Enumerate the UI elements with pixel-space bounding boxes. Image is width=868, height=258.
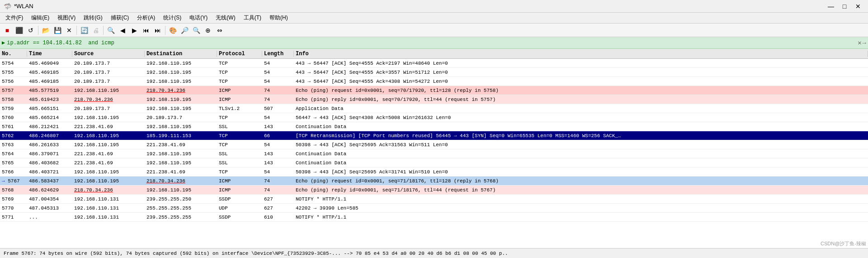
maximize-button[interactable]: □ (838, 1, 851, 11)
table-row[interactable]: → 5767486.583437192.168.110.195218.70.34… (0, 177, 868, 186)
cell-destination: 20.189.173.7 (145, 115, 217, 120)
cell-length: 66 (262, 133, 294, 139)
cell-info: 56447 → 443 [ACK] Seq=4308 Ack=5008 Win=… (294, 115, 868, 120)
filter-arrow-icon[interactable]: → (863, 39, 866, 47)
prev-button[interactable]: ◀ (117, 25, 128, 36)
table-row[interactable]: 5762486.246807192.168.110.195185.199.111… (0, 131, 868, 140)
cell-destination: 192.168.110.195 (145, 124, 217, 129)
filter-input[interactable] (7, 40, 856, 46)
table-row[interactable]: 5761486.212421221.238.41.69192.168.110.1… (0, 122, 868, 131)
col-time: Time (27, 51, 72, 57)
zoom-in-button[interactable]: 🔎 (179, 25, 190, 36)
find-packet-button[interactable]: 🔍 (105, 25, 116, 36)
go-prev-button[interactable]: ⏮ (141, 25, 151, 36)
cell-no: 5757 (0, 88, 27, 93)
cell-source: 192.168.110.195 (72, 133, 145, 139)
print-button[interactable]: 🖨 (90, 25, 101, 36)
cell-length: 143 (262, 124, 294, 129)
cell-source: 192.168.110.131 (72, 215, 145, 220)
cell-time: ... (27, 215, 72, 220)
cell-time: 486.212421 (27, 124, 72, 129)
cell-source: 218.70.34.236 (72, 97, 145, 102)
table-row[interactable]: 5756485.46918520.189.173.7192.168.110.19… (0, 77, 868, 86)
cell-time: 486.624629 (27, 187, 72, 193)
close-button[interactable]: ✕ (852, 1, 864, 11)
cell-no: 5761 (0, 124, 27, 129)
minimize-button[interactable]: — (825, 1, 837, 11)
save-file-button[interactable]: 💾 (52, 25, 63, 36)
cell-length: 143 (262, 151, 294, 157)
table-row[interactable]: 5771...192.168.110.131239.255.255.255SSD… (0, 213, 868, 222)
table-row[interactable]: 5760485.665214192.168.110.19520.189.173.… (0, 113, 868, 122)
cell-destination: 218.70.34.236 (145, 88, 217, 93)
menu-item-f[interactable]: 文件(F) (2, 13, 27, 23)
cell-no: 5763 (0, 142, 27, 148)
cell-no: 5755 (0, 70, 27, 75)
table-row[interactable]: 5758485.619423218.70.34.236192.168.110.1… (0, 95, 868, 104)
table-row[interactable]: 5770487.045313192.168.110.131255.255.255… (0, 204, 868, 213)
restart-capture-button[interactable]: ↺ (25, 25, 36, 36)
table-row[interactable]: 5766486.403721192.168.110.195221.238.41.… (0, 167, 868, 177)
cell-time: 486.583437 (27, 178, 72, 184)
toolbar-sep-4 (165, 26, 165, 35)
cell-no: 5758 (0, 97, 27, 102)
filter-clear-icon[interactable]: ✕ (858, 39, 861, 47)
cell-protocol: SSDP (217, 215, 262, 220)
cell-time: 487.045313 (27, 205, 72, 211)
table-row[interactable]: 5754485.46904920.189.173.7192.168.110.19… (0, 59, 868, 68)
cell-info: Echo (ping) reply id=0x0001, seq=71/1817… (294, 187, 868, 193)
cell-time: 485.469049 (27, 61, 72, 66)
menu-item-a[interactable]: 分析(A) (133, 13, 159, 23)
zoom-reset-button[interactable]: ⊕ (203, 25, 213, 36)
cell-protocol: TLSv1.2 (217, 106, 262, 111)
cell-length: 54 (262, 115, 294, 120)
menu-item-v[interactable]: 视图(V) (54, 13, 79, 23)
menu-item-g[interactable]: 跳转(G) (80, 13, 106, 23)
table-row[interactable]: 5769487.004354192.168.110.131239.255.255… (0, 195, 868, 204)
stop-capture-button[interactable]: ⬛ (14, 25, 24, 36)
menu-item-w[interactable]: 无线(W) (212, 13, 239, 23)
menu-item-c[interactable]: 捕获(C) (107, 13, 133, 23)
cell-protocol: SSL (217, 124, 262, 129)
cell-protocol: UDP (217, 205, 262, 211)
table-row[interactable]: 5757485.577519192.168.110.195218.70.34.2… (0, 86, 868, 95)
menu-item-t[interactable]: 工具(T) (240, 13, 265, 23)
close-file-button[interactable]: ✕ (64, 25, 75, 36)
cell-info: 443 → 56447 [ACK] Seq=4555 Ack=3557 Win=… (294, 70, 868, 75)
start-capture-button[interactable]: ■ (2, 25, 13, 36)
menu-item-s[interactable]: 统计(S) (160, 13, 185, 23)
cell-info: Application Data (294, 106, 868, 111)
table-row[interactable]: 5768486.624629218.70.34.236192.168.110.1… (0, 186, 868, 195)
cell-time: 485.665151 (27, 106, 72, 111)
zoom-out-button[interactable]: 🔍 (191, 25, 202, 36)
toolbar-sep-1 (38, 26, 38, 35)
menu-bar: 文件(F)编辑(E)视图(V)跳转(G)捕获(C)分析(A)统计(S)电话(Y)… (0, 13, 868, 24)
table-row[interactable]: 5759485.66515120.189.173.7192.168.110.19… (0, 104, 868, 113)
cell-destination: 239.255.255.255 (145, 215, 217, 220)
next-button[interactable]: ▶ (129, 25, 140, 36)
cell-source: 20.189.173.7 (72, 61, 145, 66)
open-file-button[interactable]: 📂 (40, 25, 51, 36)
table-row[interactable]: 5765486.403682221.238.41.69192.168.110.1… (0, 158, 868, 167)
table-row[interactable]: 5764486.379071221.238.41.69192.168.110.1… (0, 149, 868, 158)
cell-length: 54 (262, 79, 294, 84)
cell-protocol: ICMP (217, 88, 262, 93)
go-next-button[interactable]: ⏭ (152, 25, 163, 36)
table-row[interactable]: 5755485.46918520.189.173.7192.168.110.19… (0, 68, 868, 77)
cell-length: 627 (262, 205, 294, 211)
col-no: No. (0, 51, 27, 57)
cell-no: 5754 (0, 61, 27, 66)
reload-button[interactable]: 🔄 (79, 25, 90, 36)
colorize-button[interactable]: 🎨 (167, 25, 178, 36)
resize-button[interactable]: ⇔ (214, 25, 225, 36)
table-row[interactable]: 5763486.261633192.168.110.195221.238.41.… (0, 140, 868, 149)
cell-no: 5770 (0, 205, 27, 211)
cell-protocol: ICMP (217, 187, 262, 193)
packet-list: No. Time Source Destination Protocol Len… (0, 49, 868, 248)
cell-protocol: TCP (217, 79, 262, 84)
menu-item-h[interactable]: 帮助(H) (266, 13, 292, 23)
menu-item-y[interactable]: 电话(Y) (186, 13, 211, 23)
cell-info: 443 → 56447 [ACK] Seq=4555 Ack=2197 Win=… (294, 61, 868, 66)
menu-item-e[interactable]: 编辑(E) (28, 13, 53, 23)
cell-no: 5769 (0, 196, 27, 202)
